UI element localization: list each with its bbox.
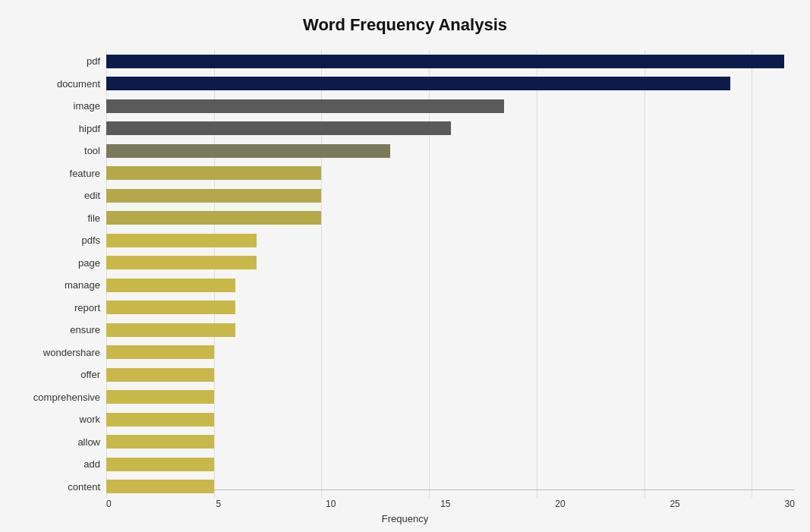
bar-row (106, 411, 795, 428)
bar-row (106, 322, 795, 338)
y-label: tool (84, 146, 100, 156)
bar-row (106, 98, 795, 115)
y-label: content (68, 482, 100, 492)
grid-line (645, 50, 645, 498)
grid-line (214, 50, 215, 498)
y-label: pdf (87, 56, 100, 66)
y-label: add (84, 459, 100, 469)
x-tick-label: 10 (326, 499, 336, 509)
bar (106, 55, 784, 68)
bar-row (106, 143, 795, 159)
bar (106, 413, 214, 427)
x-tick-label: 15 (440, 499, 450, 509)
bar (106, 211, 321, 225)
y-label: edit (84, 190, 100, 200)
chart-title: Word Frequency Analysis (15, 15, 795, 35)
bar (106, 458, 214, 471)
x-tick-label: 30 (785, 499, 795, 509)
y-label: offer (80, 370, 100, 379)
grid-line (106, 50, 107, 498)
bar-row (106, 53, 795, 70)
bar (106, 256, 257, 269)
bar (106, 301, 235, 314)
x-ticks: 051015202530 (106, 499, 795, 509)
bar (106, 323, 235, 337)
bar-row (106, 209, 795, 226)
y-label: allow (77, 437, 100, 447)
x-tick-label: 25 (670, 499, 679, 509)
y-label: image (74, 101, 100, 111)
bar-row (106, 389, 795, 405)
x-tick-label: 0 (106, 499, 112, 509)
bar (106, 166, 321, 180)
bar-row (106, 75, 795, 92)
y-label: wondershare (43, 348, 100, 357)
bar (106, 368, 214, 382)
bar (106, 77, 730, 90)
bar-row (106, 254, 795, 271)
bar (106, 144, 390, 158)
grid-line (537, 50, 537, 498)
y-label: report (74, 303, 100, 313)
bar-row (106, 232, 795, 249)
y-label: document (57, 79, 100, 89)
y-label: file (87, 213, 100, 223)
grid-line (321, 50, 322, 498)
bar (106, 345, 214, 359)
bars-section (106, 50, 795, 498)
chart-container: Word Frequency Analysis pdfdocumentimage… (0, 0, 810, 532)
y-label: feature (70, 168, 100, 178)
bar-row (106, 120, 795, 137)
bar-row (106, 456, 795, 473)
y-label: page (78, 258, 100, 268)
bar (106, 234, 257, 247)
bar-row (106, 277, 795, 294)
bar-row (106, 344, 795, 360)
y-label: ensure (70, 325, 100, 335)
bar (106, 189, 321, 203)
grid-line (752, 50, 752, 498)
bar-row (106, 165, 795, 181)
bar (106, 99, 504, 113)
bar-row (106, 478, 795, 495)
x-axis-label: Frequency (0, 513, 810, 524)
bar-row (106, 299, 795, 316)
grid-line (429, 50, 430, 498)
y-labels: pdfdocumentimagehipdftoolfeatureeditfile… (15, 50, 106, 498)
y-label: hipdf (79, 124, 100, 134)
bar-row (106, 187, 795, 204)
bar (106, 435, 214, 449)
chart-area: pdfdocumentimagehipdftoolfeatureeditfile… (15, 50, 795, 498)
y-label: work (80, 414, 100, 424)
bar (106, 390, 214, 404)
bar-row (106, 433, 795, 450)
bar (106, 279, 235, 292)
y-label: manage (65, 280, 100, 290)
bar-row (106, 367, 795, 383)
bar (106, 121, 451, 135)
y-label: comprehensive (33, 392, 100, 402)
y-label: pdfs (81, 235, 100, 245)
bar (106, 480, 214, 493)
x-tick-label: 5 (216, 499, 221, 509)
x-tick-label: 20 (555, 499, 565, 509)
